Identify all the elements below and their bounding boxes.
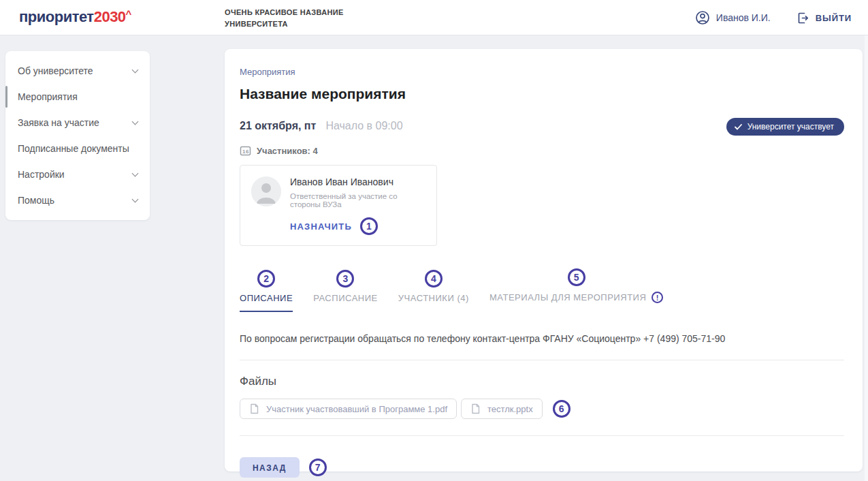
responsible-person-role: Ответственный за участие со стороны ВУЗа <box>290 192 425 208</box>
app-header: приоритет2030^ ОЧЕНЬ КРАСИВОЕ НАЗВАНИЕ У… <box>0 0 868 35</box>
sidebar-item-label: Настройки <box>18 169 65 180</box>
sidebar-item-settings[interactable]: Настройки <box>5 161 150 187</box>
university-name-line2: УНИВЕРСИТЕТА <box>225 18 344 30</box>
user-name: Иванов И.И. <box>716 12 771 23</box>
event-description-text: По вопросам регистрации обращаться по те… <box>240 333 844 344</box>
participants-count-icon: 1 6 <box>240 145 251 157</box>
user-menu[interactable]: Иванов И.И. <box>695 10 771 25</box>
files-section-title: Файлы <box>240 375 844 388</box>
logo-text-primary: приоритет <box>19 8 94 25</box>
logo-caret: ^ <box>126 8 131 20</box>
tab-participants[interactable]: 4 УЧАСТНИКИ (4) <box>398 270 469 312</box>
tab-label: ОПИСАНИЕ <box>240 293 293 312</box>
annotation-marker-1: 1 <box>360 217 378 235</box>
avatar <box>251 176 281 206</box>
tab-label: МАТЕРИАЛЫ ДЛЯ МЕРОПРИЯТИЯ ! <box>489 292 663 312</box>
assign-row: НАЗНАЧИТЬ 1 <box>290 217 425 235</box>
university-participates-badge: Университет участвует <box>726 118 844 136</box>
files-row: Участник участвовавший в Программе 1.pdf… <box>240 399 844 419</box>
back-row: НАЗАД 7 <box>240 457 844 478</box>
chevron-down-icon <box>132 67 139 74</box>
chevron-down-icon <box>132 119 139 125</box>
responsible-person-info: Иванов Иван Иванович Ответственный за уч… <box>290 176 425 235</box>
breadcrumb[interactable]: Мероприятия <box>240 67 295 77</box>
sidebar-item-events[interactable]: Мероприятия <box>5 84 150 110</box>
event-details-panel: Мероприятия Название мероприятия 21 октя… <box>225 49 863 471</box>
section-divider <box>240 435 844 436</box>
chevron-down-icon <box>132 170 139 177</box>
header-right: Иванов И.И. ВЫЙТИ <box>695 0 852 35</box>
section-divider <box>240 360 844 360</box>
document-icon <box>249 403 259 414</box>
university-name-line1: ОЧЕНЬ КРАСИВОЕ НАЗВАНИЕ <box>225 7 344 18</box>
responsible-person-card: Иванов Иван Иванович Ответственный за уч… <box>240 165 437 246</box>
sidebar-item-help[interactable]: Помощь <box>5 187 150 213</box>
file-chip-pptx[interactable]: тестлк.pptx <box>461 399 543 419</box>
participants-count-label: Участников: 4 <box>257 146 318 156</box>
file-chip-pdf[interactable]: Участник участвовавший в Программе 1.pdf <box>240 399 457 419</box>
annotation-marker-2: 2 <box>257 270 275 288</box>
event-start-time: Начало в 09:00 <box>325 120 402 132</box>
responsible-person-name: Иванов Иван Иванович <box>290 176 425 187</box>
annotation-marker-4: 4 <box>425 270 443 288</box>
event-date-row: 21 октября, пт Начало в 09:00 Университе… <box>240 120 844 132</box>
sidebar-item-label: Помощь <box>18 195 54 206</box>
sidebar-item-label: Подписанные документы <box>18 143 129 154</box>
tab-label: РАСПИСАНИЕ <box>313 293 378 312</box>
page-title: Название мероприятия <box>240 86 844 102</box>
tab-schedule[interactable]: 3 РАСПИСАНИЕ <box>313 270 378 312</box>
sidebar-nav: Об университете Мероприятия Заявка на уч… <box>5 51 150 220</box>
tab-event-materials[interactable]: 5 МАТЕРИАЛЫ ДЛЯ МЕРОПРИЯТИЯ ! <box>489 268 663 312</box>
back-button[interactable]: НАЗАД <box>240 457 300 478</box>
annotation-marker-6: 6 <box>553 400 570 418</box>
document-icon <box>470 403 481 414</box>
chevron-down-icon <box>132 196 139 203</box>
badge-label: Университет участвует <box>748 122 834 131</box>
sidebar-item-label: Мероприятия <box>18 91 78 102</box>
logout-button[interactable]: ВЫЙТИ <box>797 12 852 25</box>
tab-label-text: МАТЕРИАЛЫ ДЛЯ МЕРОПРИЯТИЯ <box>489 292 646 302</box>
sidebar-item-label: Об университете <box>18 65 93 76</box>
logout-icon <box>797 12 809 25</box>
event-tabs: 2 ОПИСАНИЕ 3 РАСПИСАНИЕ 4 УЧАСТНИКИ (4) … <box>240 268 844 312</box>
assign-button[interactable]: НАЗНАЧИТЬ <box>290 221 352 232</box>
file-name: Участник участвовавший в Программе 1.pdf <box>266 404 447 414</box>
annotation-marker-7: 7 <box>309 459 327 476</box>
logout-label: ВЫЙТИ <box>816 13 852 23</box>
annotation-marker-3: 3 <box>336 270 354 288</box>
university-name: ОЧЕНЬ КРАСИВОЕ НАЗВАНИЕ УНИВЕРСИТЕТА <box>225 7 344 30</box>
annotation-marker-5: 5 <box>568 268 585 286</box>
check-icon <box>735 124 742 130</box>
logo-text-secondary: 2030 <box>94 8 126 25</box>
sidebar-item-about-university[interactable]: Об университете <box>5 58 150 84</box>
tab-description[interactable]: 2 ОПИСАНИЕ <box>240 270 293 312</box>
sidebar-item-signed-documents[interactable]: Подписанные документы <box>5 136 150 161</box>
tab-label: УЧАСТНИКИ (4) <box>398 293 469 312</box>
user-icon <box>695 10 710 25</box>
alert-exclamation-icon: ! <box>652 292 663 303</box>
sidebar-item-participation-request[interactable]: Заявка на участие <box>5 110 150 136</box>
file-name: тестлк.pptx <box>487 404 533 414</box>
sidebar-item-label: Заявка на участие <box>18 117 99 128</box>
svg-text:6: 6 <box>246 149 249 155</box>
event-date: 21 октября, пт <box>240 120 316 132</box>
priority2030-logo[interactable]: приоритет2030^ <box>19 8 131 26</box>
page-scrollbar[interactable] <box>865 35 868 481</box>
participants-count-row: 1 6 Участников: 4 <box>240 145 844 157</box>
